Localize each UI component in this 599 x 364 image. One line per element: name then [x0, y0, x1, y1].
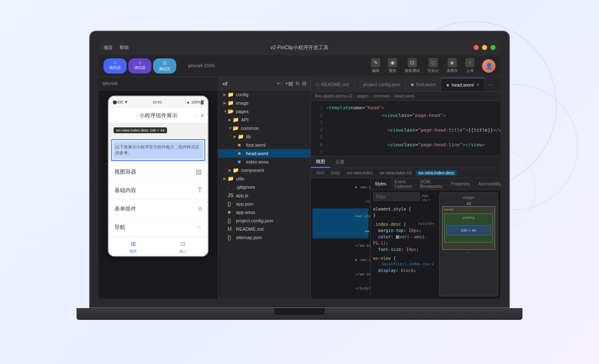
- new-folder-icon[interactable]: +▤: [285, 81, 293, 87]
- collapse-icon[interactable]: ⊟: [302, 81, 306, 87]
- menu-help[interactable]: 帮助: [119, 45, 129, 51]
- user-avatar[interactable]: 👤: [482, 59, 496, 73]
- tree-file-head-wxml[interactable]: ■ head.wxml: [218, 149, 310, 158]
- tab-elements[interactable]: 元素: [330, 156, 350, 168]
- box-margin-bottom: -: [442, 251, 495, 255]
- phone-title: 小程序组件展示: [139, 112, 178, 119]
- tab-project-label: project.config.json: [363, 82, 400, 87]
- phone-nav-components[interactable]: ⊞ 组件: [109, 237, 158, 256]
- tree-folder-utils[interactable]: ▶ 📁 utils: [218, 174, 310, 183]
- phone-status-right: ▲ 100%▓: [186, 100, 204, 104]
- phone-desc-text: 以下将展示小程序官方组件能力，组件样式仅供参考。: [114, 142, 203, 158]
- tab-overview[interactable]: 概图: [311, 156, 330, 168]
- style-filter-input[interactable]: [373, 193, 420, 201]
- style-tab-properties[interactable]: Properties: [447, 178, 474, 190]
- device-debug-label: 真机调试: [405, 68, 420, 74]
- html-bc-body[interactable]: body: [329, 170, 342, 176]
- phone-more-icon[interactable]: ··· ✕: [195, 113, 204, 119]
- wxml-icon-head: ■: [238, 150, 244, 156]
- tree-folder-common[interactable]: ▼ 📂 common: [218, 124, 310, 132]
- title-bar: 项目 帮助 v2-FinClip小程序开发工具: [98, 40, 501, 55]
- tree-file-project-config[interactable]: {} project.config.json: [218, 216, 310, 225]
- file-tree-header: v2 +□ +▤ ↻ ⊟: [218, 77, 310, 90]
- folder-name-image: image: [236, 100, 249, 106]
- phone-menu-item-0[interactable]: 视图容器 ▤: [109, 163, 208, 181]
- style-index-desc-rule: .index-desc { <style> margin-top: 10px; …: [373, 221, 434, 253]
- tree-file-app-json[interactable]: {} app.json: [218, 200, 310, 208]
- phone-nav-api[interactable]: ⊡ 接口: [158, 237, 208, 256]
- tree-file-gitignore[interactable]: · .gitignore: [218, 183, 310, 191]
- phone-menu-item-1[interactable]: 基础内容 T: [109, 181, 208, 200]
- clear-cache-icon: ◈: [448, 58, 457, 67]
- html-bc-index[interactable]: wx-view.index: [345, 170, 375, 176]
- close-button[interactable]: [474, 45, 479, 50]
- code-content[interactable]: <template name="head"> <view class="page…: [326, 101, 501, 156]
- tab-foot-wxml[interactable]: ■ foot.wxml: [406, 78, 441, 91]
- folder-icon-utils: 📁: [228, 176, 234, 182]
- action-background[interactable]: □ 切后台: [427, 58, 439, 74]
- style-tab-dom-breakpoints[interactable]: DOM Breakpoints: [416, 178, 447, 190]
- tree-file-app-wxss[interactable]: ■ app.wxss: [218, 208, 310, 216]
- action-edit[interactable]: ✎ 编辑: [371, 58, 380, 74]
- tab-more-button[interactable]: ···: [485, 78, 497, 91]
- box-border-label: border: [444, 208, 454, 211]
- debug-label: 调试器: [134, 65, 146, 71]
- api-icon: ⊡: [179, 240, 187, 248]
- tree-file-app-js[interactable]: JS app.js: [218, 191, 310, 200]
- tab-readme-icon: □: [316, 82, 319, 87]
- html-bc-index-desc[interactable]: wx-view.index-desc: [416, 170, 456, 176]
- breadcrumb-pages: pages: [357, 94, 368, 98]
- debug-button[interactable]: ◇ 调试器: [128, 58, 151, 74]
- folder-name-api: API: [241, 117, 249, 122]
- refresh-icon[interactable]: ↻: [295, 81, 300, 87]
- tree-folder-image[interactable]: ▶ 📁 image: [218, 99, 310, 107]
- action-device-debug[interactable]: ⊡ 真机调试: [405, 58, 420, 74]
- tree-file-sitemap[interactable]: {} sitemap.json: [218, 233, 310, 242]
- tab-head-wxml[interactable]: ■ head.wxml ✕: [441, 78, 485, 91]
- maximize-button[interactable]: [490, 45, 496, 50]
- edit-icon: ✎: [371, 58, 380, 67]
- tab-project-config[interactable]: · project.config.json: [354, 78, 406, 91]
- new-file-icon[interactable]: +□: [277, 81, 283, 87]
- tree-folder-api[interactable]: ▶ 📁 API: [218, 116, 310, 124]
- arrow-pages: ▼: [223, 109, 228, 113]
- simulate-button[interactable]: □ 模拟器: [103, 58, 127, 74]
- phone-menu-item-2[interactable]: 表单组件 ≡: [109, 200, 208, 218]
- tab-close-icon[interactable]: ✕: [476, 82, 480, 87]
- phone-menu-icon-1: T: [198, 187, 202, 194]
- style-tab-event-listeners[interactable]: Event Listeners: [390, 178, 416, 190]
- style-tab-accessibility[interactable]: Accessibility: [474, 178, 501, 190]
- phone-nav-label-1: 接口: [179, 249, 187, 254]
- bottom-panel-tabs: 概图 元素: [311, 156, 501, 168]
- html-bc-html[interactable]: html: [314, 170, 326, 176]
- js-icon-app: JS: [228, 193, 234, 198]
- tab-readme[interactable]: □ README.md: [311, 78, 354, 91]
- wxss-icon-index: ■: [238, 159, 244, 165]
- phone-menu-label-3: 导航: [114, 224, 125, 231]
- tree-folder-lib[interactable]: ▶ 📁 lib: [218, 132, 310, 141]
- breadcrumb-sep-0: ›: [354, 94, 355, 98]
- phone-menu-item-3[interactable]: 导航 ···: [109, 218, 208, 237]
- breadcrumb: fino-applet-demo-v2 › pages › common › h…: [311, 92, 501, 101]
- html-tree-line-2[interactable]: <wx-view class="index-desc">以下将展示小程序官方组件…: [313, 208, 368, 224]
- tree-folder-component[interactable]: ▶ 📁 component: [218, 166, 310, 174]
- tree-file-index-wxss[interactable]: ■ index.wxss: [218, 158, 310, 166]
- tree-folder-config[interactable]: ▶ 📁 config: [218, 90, 310, 99]
- style-panel-tabs: Styles Event Listeners DOM Breakpoints P…: [371, 178, 501, 190]
- tree-file-readme[interactable]: M README.md: [218, 225, 310, 233]
- action-upload[interactable]: ↑ 上传: [465, 58, 474, 74]
- test-button[interactable]: 出 测试页: [153, 58, 176, 74]
- phone-content: wx-view.index-desc 240 × 44 以下将展示小程序官方组件…: [109, 123, 208, 237]
- tree-file-foot-wxml[interactable]: ■ foot.wxml: [218, 141, 310, 149]
- html-bc-index-hd[interactable]: wx-view.index-hd: [377, 170, 413, 176]
- style-tab-styles[interactable]: Styles: [371, 178, 390, 190]
- bottom-panel: 概图 元素 html body wx-view.index wx-view.in…: [311, 156, 501, 299]
- tree-folder-pages[interactable]: ▼ 📂 pages: [218, 107, 310, 116]
- menu-project[interactable]: 项目: [103, 45, 113, 51]
- style-wx-view-rule: wx-view { localfile:/.index.css:2 displa…: [373, 255, 434, 274]
- minimize-button[interactable]: [482, 45, 487, 50]
- editor-tabs: □ README.md · project.config.json ■ foot…: [311, 77, 501, 92]
- action-preview[interactable]: ◉ 预览: [388, 58, 397, 74]
- upload-icon: ↑: [465, 58, 474, 67]
- action-clear-cache[interactable]: ◈ 清缓存: [446, 58, 458, 74]
